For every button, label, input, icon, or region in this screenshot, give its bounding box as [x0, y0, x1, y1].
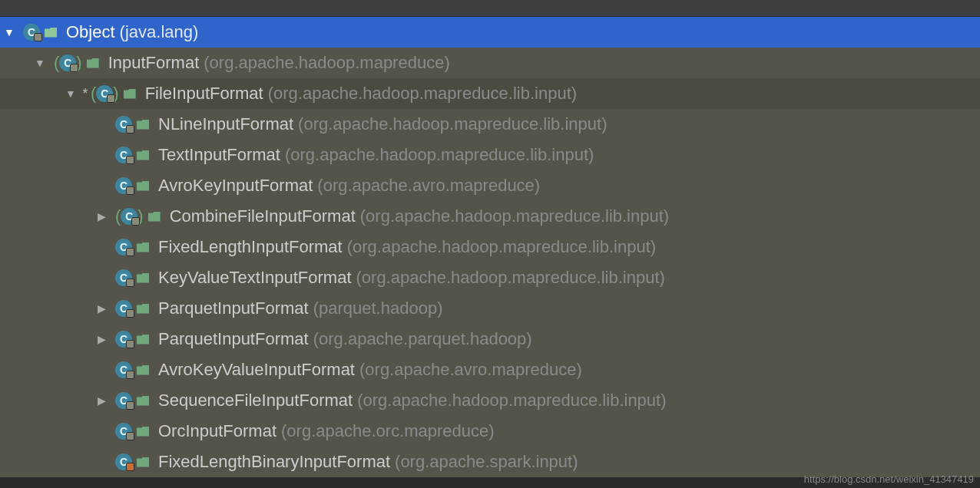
class-icon: C — [96, 85, 113, 102]
class-name: CombineFileInputFormat — [170, 206, 356, 226]
chevron-down-icon[interactable]: ▼ — [31, 57, 49, 69]
class-icon: C — [59, 54, 76, 71]
class-icon: C — [121, 208, 137, 225]
class-icon: C — [115, 453, 132, 470]
package-icon — [137, 427, 149, 437]
tree-row[interactable]: ▶(C)CombineFileInputFormat(org.apache.ha… — [0, 201, 980, 232]
package-icon — [137, 396, 149, 406]
class-name: FixedLengthBinaryInputFormat — [158, 452, 390, 472]
class-name: KeyValueTextInputFormat — [158, 268, 352, 288]
class-name: NLineInputFormat — [158, 114, 293, 134]
class-name: SequenceFileInputFormat — [158, 391, 353, 411]
tree-row[interactable]: ▶CSequenceFileInputFormat(org.apache.had… — [0, 385, 980, 416]
tree-row[interactable]: ▶CAvroKeyValueInputFormat(org.apache.avr… — [0, 354, 980, 385]
class-icon: C — [23, 24, 40, 41]
abstract-class-icon: (C) — [91, 85, 119, 102]
package-icon — [148, 212, 161, 222]
package-icon — [45, 28, 57, 38]
tree-row[interactable]: ▼*(C)FileInputFormat(org.apache.hadoop.m… — [0, 78, 980, 109]
class-name: OrcInputFormat — [158, 421, 276, 441]
package-icon — [137, 242, 149, 252]
current-file-marker: * — [80, 86, 91, 102]
package-label: (org.apache.avro.mapreduce) — [317, 176, 540, 196]
package-label: (org.apache.hadoop.mapreduce.lib.input) — [285, 145, 594, 165]
package-label: (org.apache.spark.input) — [395, 452, 578, 472]
package-label: (parquet.hadoop) — [313, 298, 443, 318]
class-name: AvroKeyValueInputFormat — [158, 360, 355, 380]
class-icon: C — [115, 331, 132, 348]
toolbar — [0, 0, 980, 17]
watermark: https://blog.csdn.net/weixin_41347419 — [804, 473, 974, 485]
package-label: (org.apache.hadoop.mapreduce.lib.input) — [298, 114, 607, 134]
tree-row[interactable]: ▶CParquetInputFormat(parquet.hadoop) — [0, 293, 980, 324]
class-icon: C — [115, 423, 132, 440]
hierarchy-tree[interactable]: ▼CObject(java.lang)▼(C)InputFormat(org.a… — [0, 17, 980, 477]
tree-row[interactable]: ▶CFixedLengthInputFormat(org.apache.hado… — [0, 232, 980, 262]
abstract-class-icon: (C) — [115, 208, 144, 225]
chevron-down-icon[interactable]: ▼ — [61, 87, 80, 100]
class-icon: C — [115, 361, 132, 378]
package-label: (org.apache.hadoop.mapreduce.lib.input) — [268, 84, 577, 104]
package-label: (org.apache.hadoop.mapreduce) — [204, 53, 449, 73]
package-label: (org.apache.orc.mapreduce) — [281, 421, 495, 441]
class-name: ParquetInputFormat — [158, 329, 309, 349]
tree-row[interactable]: ▶CParquetInputFormat(org.apache.parquet.… — [0, 324, 980, 354]
class-icon: C — [115, 269, 132, 286]
chevron-down-icon[interactable]: ▼ — [0, 26, 18, 38]
class-name: Object — [66, 22, 115, 42]
package-icon — [137, 273, 149, 283]
tree-row[interactable]: ▶CKeyValueTextInputFormat(org.apache.had… — [0, 262, 980, 293]
class-icon: C — [115, 392, 132, 409]
chevron-right-icon[interactable]: ▶ — [92, 333, 111, 345]
class-name: ParquetInputFormat — [158, 298, 309, 318]
package-label: (org.apache.hadoop.mapreduce.lib.input) — [360, 206, 669, 226]
class-icon: C — [115, 147, 132, 163]
package-icon — [137, 150, 149, 160]
chevron-right-icon[interactable]: ▶ — [92, 210, 111, 223]
class-name: TextInputFormat — [158, 145, 280, 165]
package-icon — [137, 335, 149, 345]
class-name: InputFormat — [108, 53, 200, 73]
package-icon — [124, 89, 136, 99]
tree-row[interactable]: ▶CFixedLengthBinaryInputFormat(org.apach… — [0, 447, 980, 477]
package-icon — [137, 457, 149, 467]
tree-row[interactable]: ▶CAvroKeyInputFormat(org.apache.avro.map… — [0, 170, 980, 201]
package-label: (org.apache.hadoop.mapreduce.lib.input) — [347, 237, 656, 257]
package-icon — [137, 181, 149, 191]
class-icon: C — [115, 116, 132, 133]
class-name: FileInputFormat — [145, 84, 263, 104]
package-icon — [137, 365, 149, 375]
class-icon: C — [115, 300, 132, 317]
package-icon — [87, 58, 99, 68]
class-icon: C — [115, 239, 132, 256]
package-label: (org.apache.hadoop.mapreduce.lib.input) — [357, 391, 666, 411]
tree-row[interactable]: ▼CObject(java.lang) — [0, 17, 980, 48]
class-name: AvroKeyInputFormat — [158, 176, 313, 196]
chevron-right-icon[interactable]: ▶ — [92, 302, 111, 315]
package-label: (org.apache.parquet.hadoop) — [313, 329, 532, 349]
package-icon — [137, 304, 149, 314]
tree-row[interactable]: ▼(C)InputFormat(org.apache.hadoop.mapred… — [0, 48, 980, 78]
tree-row[interactable]: ▶COrcInputFormat(org.apache.orc.mapreduc… — [0, 416, 980, 447]
package-label: (org.apache.hadoop.mapreduce.lib.input) — [356, 268, 665, 288]
package-icon — [137, 120, 149, 130]
package-label: (java.lang) — [120, 22, 199, 42]
package-label: (org.apache.avro.mapreduce) — [359, 360, 582, 380]
tree-row[interactable]: ▶CTextInputFormat(org.apache.hadoop.mapr… — [0, 140, 980, 170]
abstract-class-icon: (C) — [54, 54, 82, 71]
class-name: FixedLengthInputFormat — [158, 237, 343, 257]
chevron-right-icon[interactable]: ▶ — [92, 394, 111, 407]
class-icon: C — [115, 177, 132, 194]
tree-row[interactable]: ▶CNLineInputFormat(org.apache.hadoop.map… — [0, 109, 980, 140]
